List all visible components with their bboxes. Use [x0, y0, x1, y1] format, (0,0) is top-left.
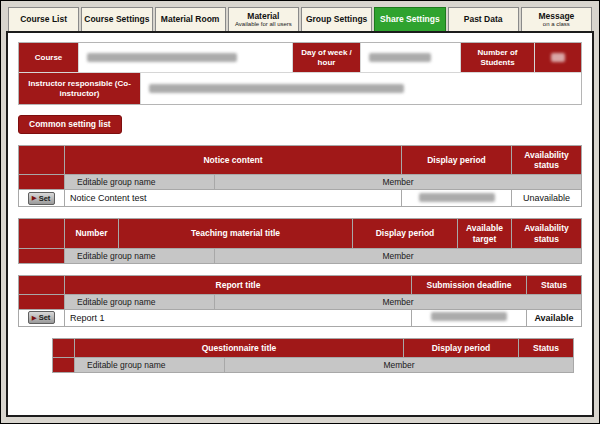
tab-bar: Course List Course Settings Material Roo…	[6, 4, 594, 31]
empty-header-cell	[53, 338, 75, 357]
report-subheader-row: Editable group name Member	[19, 294, 582, 309]
notice-table: Notice content Display period Availabili…	[18, 145, 582, 207]
report-data-row: ▶ Set Report 1 Available	[19, 309, 582, 326]
questionnaire-subheader-row: Editable group name Member	[53, 358, 574, 373]
tab-past-data[interactable]: Past Data	[448, 7, 519, 31]
report-title-header: Report title	[65, 275, 412, 294]
display-period-header: Display period	[402, 146, 512, 175]
availability-status-header: Availability status	[512, 219, 582, 248]
material-header-row: Number Teaching material title Display p…	[19, 219, 582, 248]
redacted-period-value	[419, 193, 495, 202]
notice-subheader-row: Editable group name Member	[19, 175, 582, 190]
instructor-label: Instructor responsible (Co-instructor)	[19, 73, 141, 104]
report-status-cell: Available	[527, 309, 582, 326]
teaching-material-table: Number Teaching material title Display p…	[18, 218, 582, 263]
tab-message-on-class[interactable]: Message on a class	[521, 7, 592, 31]
tab-label: Course List	[20, 15, 67, 24]
tab-group-settings[interactable]: Group Settings	[301, 7, 372, 31]
tab-label: Material Room	[161, 15, 220, 24]
notice-header-row: Notice content Display period Availabili…	[19, 146, 582, 175]
notice-title-cell: Notice Content test	[65, 190, 402, 207]
tab-sublabel: Available for all users	[235, 21, 292, 27]
report-title-cell: Report 1	[65, 309, 412, 326]
redacted-deadline-value	[431, 312, 507, 321]
common-setting-list-button[interactable]: Common setting list	[18, 115, 122, 134]
number-header: Number	[65, 219, 119, 248]
status-header: Status	[519, 338, 574, 357]
submission-deadline-header: Submission deadline	[412, 275, 527, 294]
redacted-students-value	[551, 53, 565, 62]
member-header: Member	[225, 358, 574, 373]
status-header: Status	[527, 275, 582, 294]
material-title-header: Teaching material title	[119, 219, 353, 248]
display-period-header: Display period	[353, 219, 458, 248]
questionnaire-header-row: Questionnaire title Display period Statu…	[53, 338, 574, 357]
course-info: Course Day of week / hour Number of Stud…	[18, 42, 582, 105]
content-panel: Course Day of week / hour Number of Stud…	[6, 31, 594, 417]
redacted-day-value	[369, 53, 431, 62]
day-of-week-label: Day of week / hour	[293, 43, 361, 72]
report-table: Report title Submission deadline Status …	[18, 275, 582, 327]
instructor-value	[141, 73, 581, 104]
editable-group-name-header: Editable group name	[65, 294, 215, 309]
tab-label: Past Data	[464, 15, 503, 24]
course-label: Course	[19, 43, 79, 72]
questionnaire-title-header: Questionnaire title	[75, 338, 404, 357]
subheader-corner-cell	[19, 294, 65, 309]
tab-label: Course Settings	[84, 15, 149, 24]
set-label: Set	[39, 195, 51, 203]
tab-label: Group Settings	[306, 15, 367, 24]
material-subheader-row: Editable group name Member	[19, 248, 582, 263]
course-info-row-2: Instructor responsible (Co-instructor)	[19, 72, 581, 104]
subheader-corner-cell	[19, 248, 65, 263]
tab-label: Message	[538, 12, 574, 21]
availability-status-header: Availability status	[512, 146, 582, 175]
subheader-corner-cell	[53, 358, 75, 373]
member-header: Member	[215, 248, 582, 263]
tab-course-list[interactable]: Course List	[8, 7, 79, 31]
notice-content-header: Notice content	[65, 146, 402, 175]
tab-share-settings[interactable]: Share Settings	[374, 7, 445, 31]
set-button[interactable]: ▶ Set	[28, 192, 56, 205]
notice-period-cell	[402, 190, 512, 207]
empty-header-cell	[19, 146, 65, 175]
tab-sublabel: on a class	[543, 21, 570, 27]
course-info-row-1: Course Day of week / hour Number of Stud…	[19, 43, 581, 72]
set-button-cell: ▶ Set	[19, 309, 65, 326]
lms-share-settings-page: Course List Course Settings Material Roo…	[0, 0, 600, 424]
member-header: Member	[215, 294, 582, 309]
students-label: Number of Students	[461, 43, 535, 72]
subheader-corner-cell	[19, 175, 65, 190]
display-period-header: Display period	[404, 338, 519, 357]
editable-group-name-header: Editable group name	[65, 248, 215, 263]
tab-label: Share Settings	[380, 15, 440, 24]
set-button[interactable]: ▶ Set	[28, 311, 56, 324]
report-deadline-cell	[412, 309, 527, 326]
tab-label: Material	[247, 12, 279, 21]
member-header: Member	[215, 175, 582, 190]
editable-group-name-header: Editable group name	[75, 358, 225, 373]
play-icon: ▶	[32, 315, 37, 322]
empty-header-cell	[19, 275, 65, 294]
course-value	[79, 43, 293, 72]
play-icon: ▶	[32, 195, 37, 202]
notice-status-cell: Unavailable	[512, 190, 582, 207]
set-label: Set	[39, 314, 51, 322]
redacted-instructor-value	[149, 84, 404, 93]
redacted-course-value	[87, 53, 237, 62]
tab-material-room[interactable]: Material Room	[155, 7, 226, 31]
set-button-cell: ▶ Set	[19, 190, 65, 207]
tab-course-settings[interactable]: Course Settings	[81, 7, 152, 31]
available-target-header: Available target	[458, 219, 512, 248]
notice-data-row: ▶ Set Notice Content test Unavailable	[19, 190, 582, 207]
editable-group-name-header: Editable group name	[65, 175, 215, 190]
tab-material-all-users[interactable]: Material Available for all users	[228, 7, 299, 31]
report-header-row: Report title Submission deadline Status	[19, 275, 582, 294]
day-of-week-value	[361, 43, 461, 72]
questionnaire-table: Questionnaire title Display period Statu…	[52, 338, 574, 373]
empty-header-cell	[19, 219, 65, 248]
students-value	[535, 43, 581, 72]
